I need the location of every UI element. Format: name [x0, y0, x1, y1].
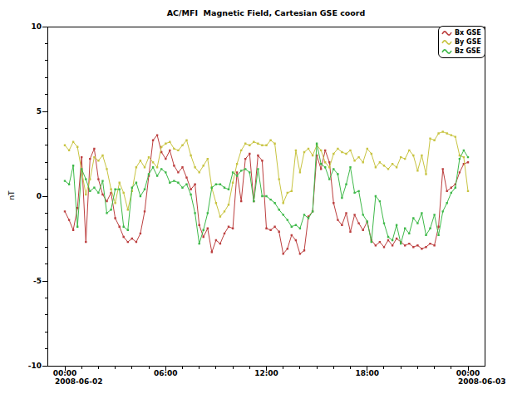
plot-area — [0, 0, 532, 399]
legend-box: Bx GSE By GSE Bz GSE — [438, 26, 485, 58]
y-tick-label: 0 — [20, 192, 42, 200]
x-tick-label: 00:00 — [450, 369, 486, 377]
y-tick-label: -10 — [20, 362, 42, 370]
y-tick-label: 10 — [20, 22, 42, 31]
plot-window: AC/MFI Magnetic Field, Cartesian GSE coo… — [0, 0, 532, 399]
y-tick-label: -5 — [20, 277, 42, 285]
legend-line-sample-bz — [441, 47, 452, 56]
legend-entry-bz: Bz GSE — [441, 47, 481, 56]
legend-entry-by: By GSE — [441, 37, 481, 47]
x-date-label: 2008-06-03 — [458, 377, 506, 386]
series-markers-by-gse — [64, 131, 469, 217]
x-tick-label: 06:00 — [147, 369, 184, 377]
x-tick-label: 00:00 — [47, 369, 83, 377]
x-tick-label: 18:00 — [349, 369, 386, 377]
x-tick-label: 12:00 — [249, 369, 285, 377]
legend-line-by — [442, 40, 451, 43]
legend-line-sample-by — [441, 38, 452, 47]
legend-label-bx: Bx GSE — [455, 29, 481, 37]
legend-entry-bx: Bx GSE — [441, 28, 481, 37]
legend-label-by: By GSE — [455, 38, 481, 46]
legend-line-bz — [442, 49, 451, 52]
x-date-label: 2008-06-02 — [55, 377, 103, 386]
legend-line-bx — [442, 31, 451, 34]
y-tick-label: 5 — [20, 107, 42, 116]
legend-label-bz: Bz GSE — [455, 47, 480, 55]
legend-line-sample-bx — [441, 29, 452, 37]
